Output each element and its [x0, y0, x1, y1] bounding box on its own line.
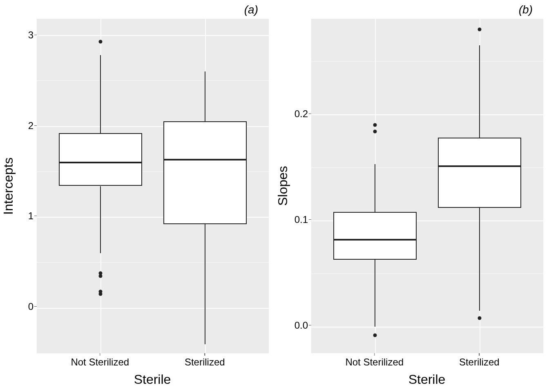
x-tick-label: Not Sterilized: [71, 356, 129, 368]
panel-b: (b)Slopes0.00.10.2Not SterilizedSteriliz…: [274, 0, 549, 392]
whisker-lower: [100, 186, 101, 254]
plot-area: [37, 19, 269, 353]
y-axis: 0.00.10.2: [290, 19, 311, 353]
x-tick-mark: [374, 353, 375, 356]
x-tick-label: Not Sterilized: [345, 356, 404, 368]
whisker-upper: [100, 55, 101, 133]
whisker-upper: [375, 164, 375, 212]
x-tick-mark: [205, 353, 205, 356]
outlier: [99, 40, 103, 43]
whisker-lower: [375, 260, 375, 327]
gridline-major: [37, 308, 269, 309]
x-tick-label: Sterilized: [459, 356, 500, 368]
panel-a: (a)Intercepts0123Not SterilizedSterilize…: [0, 0, 274, 392]
gridline-major: [37, 35, 269, 36]
gridline-major: [311, 114, 543, 115]
plot-area: [311, 19, 543, 353]
median-line: [333, 239, 417, 241]
gridline-minor: [37, 262, 269, 263]
median-line: [438, 165, 521, 167]
y-axis-label: Slopes: [274, 19, 290, 353]
x-axis: Not SterilizedSterilized: [310, 353, 543, 372]
y-tick-label: 2: [28, 120, 33, 131]
gridline-minor: [311, 61, 543, 62]
outlier: [373, 123, 377, 127]
gridline-minor: [311, 274, 543, 274]
y-axis-label: Intercepts: [0, 19, 16, 353]
median-line: [163, 159, 247, 160]
x-tick-mark: [479, 353, 480, 356]
x-tick-label: Sterilized: [185, 356, 225, 368]
x-axis-label: Sterile: [36, 372, 269, 392]
box: [59, 133, 142, 186]
panel-title: (a): [0, 0, 274, 19]
whisker-upper: [205, 71, 205, 121]
whisker-upper: [479, 45, 480, 138]
gridline-minor: [37, 80, 269, 81]
outlier: [478, 27, 481, 31]
panel-title: (b): [274, 0, 549, 19]
box: [163, 121, 247, 224]
whisker-lower: [479, 208, 480, 311]
x-axis-label: Sterile: [310, 372, 543, 392]
y-tick-label: 0.2: [295, 108, 308, 120]
y-tick-label: 1: [28, 210, 33, 222]
median-line: [59, 162, 142, 163]
x-tick-mark: [100, 353, 100, 356]
outlier: [99, 290, 103, 293]
outlier: [373, 129, 377, 133]
box: [333, 212, 417, 260]
y-tick-label: 0.0: [295, 320, 308, 331]
whisker-lower: [205, 224, 205, 344]
y-axis: 0123: [16, 19, 37, 353]
y-tick-label: 3: [28, 29, 33, 41]
y-tick-label: 0: [28, 301, 33, 312]
x-axis: Not SterilizedSterilized: [36, 353, 269, 372]
outlier: [99, 272, 103, 275]
y-tick-label: 0.1: [295, 214, 308, 225]
box: [438, 138, 521, 208]
outlier: [373, 333, 377, 337]
outlier: [478, 316, 481, 320]
gridline-major: [311, 327, 543, 327]
